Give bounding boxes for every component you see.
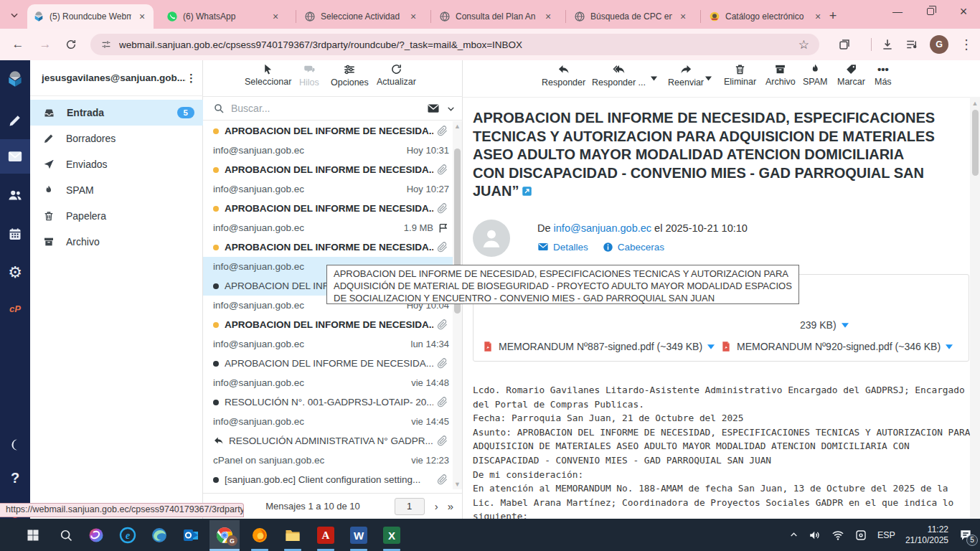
tab-close-icon[interactable]: × [407,11,419,22]
folder-entrada[interactable]: Entrada 5 [30,100,203,126]
options-button[interactable]: Opciones [331,63,369,88]
list-item-subject[interactable]: APROBACION DEL INFORME DE NECESIDA... [203,354,453,373]
new-tab-button[interactable]: + [825,9,841,24]
tab-seleccione-actividad[interactable]: Seleccione Actividad × [298,4,425,29]
tray-app-icon[interactable] [854,529,867,542]
bookmark-star-icon[interactable]: ☆ [798,37,809,52]
list-item-subject[interactable]: RESOLUCIÓN N°. 001-GADPRSJ-LOTAIP- 20... [203,392,453,412]
forward-button[interactable]: → [36,35,55,54]
url-text[interactable]: webmail.sanjuan.gob.ec/cpsess9740179367/… [119,39,791,50]
refresh-button[interactable]: Actualizar [377,63,416,87]
tab-close-icon[interactable]: × [812,11,824,22]
list-scrollbar[interactable]: ▲ ▼ [453,121,462,489]
next-page-button[interactable]: › [435,500,438,512]
page-number-input[interactable] [395,498,425,515]
archive-button[interactable]: Archivo [765,63,796,87]
internet-explorer-icon[interactable] [116,524,139,547]
account-menu-kebab[interactable]: ⋮ [186,72,196,85]
list-item-sender[interactable]: cPanel on sanjuan.gob.ecvie 12:23 [203,451,453,470]
window-minimize-button[interactable]: — [881,0,914,23]
search-input[interactable] [231,103,420,114]
start-button[interactable] [22,524,44,547]
tab-organizer-icon[interactable] [904,37,920,52]
copilot-icon[interactable] [85,524,108,547]
tab-whatsapp[interactable]: (6) WhatsApp × [161,4,287,29]
search-scope-mail-icon[interactable] [427,102,440,115]
folder-enviados[interactable]: Enviados [30,151,203,177]
scrollbar-down-arrow[interactable]: ▼ [453,479,462,489]
scrollbar-up-arrow[interactable]: ▲ [453,121,462,131]
site-settings-icon[interactable] [100,39,112,50]
dark-mode-moon-icon[interactable] [0,430,30,459]
tab-close-icon[interactable]: × [136,11,148,22]
downloads-icon[interactable] [880,37,895,52]
tab-busqueda-cpc[interactable]: Búsqueda de CPC en × [568,4,694,29]
more-button[interactable]: •••Más [875,63,892,87]
list-item-sender[interactable]: info@sanjuan.gob.eclun 14:34 [203,334,453,354]
attachment-menu-caret[interactable] [946,344,953,349]
attachment-menu-caret[interactable] [707,344,715,349]
volume-icon[interactable] [809,529,821,542]
tab-close-icon[interactable]: × [677,11,689,22]
open-external-icon[interactable] [522,186,532,197]
reply-all-button[interactable]: Responder ... [592,63,646,88]
attachment-item[interactable]: MEMORANDUM Nº920-signed.pdf (~346 KB) [720,341,953,352]
list-item-subject[interactable]: [sanjuan.gob.ec] Client configuration se… [203,470,453,489]
reply-button[interactable]: Responder [542,63,585,88]
excel-icon[interactable]: X [380,524,403,547]
list-item-subject[interactable]: RESOLUCIÓN ADMINISTRATIVA N° GADPR... [203,431,453,451]
tab-consulta-plan[interactable]: Consulta del Plan An × [433,4,560,29]
attachment-menu-caret[interactable] [842,323,849,328]
list-item-subject[interactable]: APROBACION DEL INFORME DE NECESIDA... [203,315,453,334]
tray-expand-chevron-icon[interactable] [789,530,798,540]
search-options-chevron-icon[interactable] [446,104,456,113]
forward-button[interactable]: Reenviar [668,63,704,88]
calendar-icon[interactable] [0,220,30,248]
browser-menu-kebab[interactable]: ⋮ [958,37,974,52]
folder-archivo[interactable]: Archivo [30,229,203,255]
scrollbar-thumb[interactable] [972,110,979,176]
language-indicator[interactable]: ESP [877,530,895,540]
contacts-icon[interactable] [0,181,30,209]
address-bar[interactable]: webmail.sanjuan.gob.ec/cpsess9740179367/… [90,34,819,55]
scrollbar-up-arrow[interactable]: ▲ [970,98,980,108]
chrome-icon-active[interactable]: G [209,520,240,550]
outlook-icon[interactable] [179,524,202,547]
window-maximize-button[interactable] [914,0,947,23]
help-icon[interactable]: ? [0,463,30,492]
attachment-item-partial[interactable]: 239 KB) [800,319,849,331]
firefox-icon[interactable] [248,524,271,547]
reading-pane-scrollbar[interactable]: ▲ ▼ [970,97,980,519]
folder-spam[interactable]: SPAM [30,177,203,203]
list-item-sender[interactable]: info@sanjuan.gob.ecHoy 10:31 [203,141,453,160]
wifi-icon[interactable] [831,529,844,542]
delete-button[interactable]: Eliminar [724,63,756,87]
tab-catalogo-electronico[interactable]: Catálogo electrónico × [703,4,829,29]
tab-roundcube[interactable]: (5) Roundcube Webm × [27,4,154,29]
select-button[interactable]: Seleccionar [245,63,291,87]
spam-button[interactable]: SPAM [803,63,828,87]
forward-dropdown-caret[interactable] [705,76,712,81]
attachment-item[interactable]: MEMORANDUM Nº887-signed.pdf (~349 KB) [482,341,715,352]
mail-nav-icon[interactable] [0,139,30,174]
window-close-button[interactable]: × [947,0,980,23]
list-item-sender[interactable]: info@sanjuan.gob.ecvie 14:45 [203,412,453,431]
list-item-sender[interactable]: info@sanjuan.gob.ecvie 14:48 [203,373,453,392]
settings-gear-icon[interactable]: ⚙ [0,258,30,287]
list-item-subject[interactable]: APROBACION DEL INFORME DE NECESIDA... [203,237,453,257]
file-explorer-icon[interactable] [281,524,304,547]
folder-borradores[interactable]: Borradores [30,126,203,151]
list-item-subject[interactable]: APROBACION DEL INFORME DE NECESIDA... [203,199,453,218]
acrobat-icon[interactable]: A [314,524,337,547]
mark-button[interactable]: Marcar [837,63,865,87]
list-item-subject[interactable]: APROBACION DEL INFORME DE NECESIDA... [203,121,453,141]
reload-button[interactable] [62,35,80,54]
edge-icon[interactable] [148,524,171,547]
folder-papelera[interactable]: Papelera [30,203,203,229]
cpanel-icon[interactable]: cP [0,294,30,323]
list-item-sender[interactable]: info@sanjuan.gob.ecHoy 10:27 [203,179,453,199]
list-item-subject[interactable]: APROBACION DEL INFORME DE NECESIDA... [203,160,453,179]
profile-avatar[interactable]: G [930,35,948,54]
details-link[interactable]: Detalles [537,241,588,253]
sender-email-link[interactable]: info@sanjuan.gob.ec [554,222,651,234]
